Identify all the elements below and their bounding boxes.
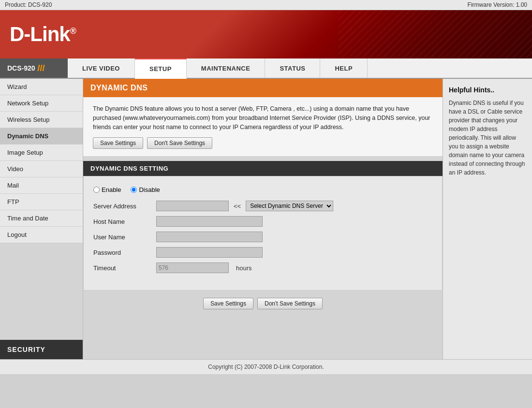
host-name-row: Host Name: [93, 216, 428, 227]
hints-text: Dynamic DNS is useful if you have a DSL …: [449, 99, 526, 177]
host-name-input[interactable]: [156, 216, 263, 227]
sidebar-item-network-setup[interactable]: Network Setup: [0, 95, 83, 112]
sidebar-item-dynamic-dns[interactable]: Dynamic DNS: [0, 128, 83, 145]
disable-radio[interactable]: [131, 187, 137, 193]
section-header: DYNAMIC DNS: [83, 79, 443, 97]
tab-maintenance[interactable]: MAINTENANCE: [187, 58, 266, 78]
top-dont-save-button[interactable]: Don't Save Settings: [147, 137, 212, 149]
tab-live-video[interactable]: LIVE VIDEO: [68, 58, 135, 78]
sidebar-item-time-date[interactable]: Time and Date: [0, 210, 83, 227]
top-button-row: Save Settings Don't Save Settings: [93, 137, 433, 149]
sidebar-item-wizard[interactable]: Wizard: [0, 79, 83, 95]
tab-setup[interactable]: SETUP: [135, 58, 187, 79]
nav-slashes: ///: [38, 63, 45, 73]
host-name-label: Host Name: [93, 218, 151, 225]
user-name-label: User Name: [93, 233, 151, 241]
password-label: Password: [93, 249, 151, 256]
enable-radio-label[interactable]: Enable: [93, 186, 121, 193]
bottom-dont-save-button[interactable]: Don't Save Settings: [257, 298, 323, 309]
main-layout: Wizard Network Setup Wireless Setup Dyna…: [0, 79, 532, 359]
description-text: The Dynamic DNS feature allows you to ho…: [93, 104, 433, 131]
bottom-button-row: Save Settings Don't Save Settings: [83, 298, 443, 309]
settings-header: DYNAMIC DNS SETTING: [83, 161, 443, 176]
content-area: DYNAMIC DNS The Dynamic DNS feature allo…: [83, 79, 443, 359]
timeout-unit: hours: [236, 264, 252, 272]
copyright: Copyright (C) 2007-2008 D-Link Corporati…: [208, 364, 324, 370]
hints-panel: Helpful Hints.. Dynamic DNS is useful if…: [443, 79, 532, 359]
sidebar-security: SECURITY: [0, 340, 83, 359]
sidebar-item-mail[interactable]: Mail: [0, 177, 83, 194]
firmware-label: Firmware Version: 1.00: [468, 1, 527, 8]
hints-title: Helpful Hints..: [449, 86, 526, 94]
top-bar: Product: DCS-920 Firmware Version: 1.00: [0, 0, 532, 10]
server-address-input[interactable]: [156, 201, 229, 211]
server-address-row: Server Address << Select Dynamic DNS Ser…: [93, 201, 428, 211]
sidebar-item-ftp[interactable]: FTP: [0, 194, 83, 210]
password-row: Password: [93, 247, 428, 258]
tab-status[interactable]: STATUS: [265, 58, 320, 78]
dns-server-select[interactable]: Select Dynamic DNS Server: [246, 201, 333, 211]
nav-brand: DCS-920 ///: [0, 58, 68, 78]
logo: D-Link®: [10, 23, 76, 46]
tab-help[interactable]: HELP: [320, 58, 368, 78]
sidebar-item-video[interactable]: Video: [0, 161, 83, 177]
sidebar-item-image-setup[interactable]: Image Setup: [0, 145, 83, 161]
password-input[interactable]: [156, 247, 263, 258]
timeout-input[interactable]: [156, 262, 229, 273]
product-label: Product: DCS-920: [5, 1, 52, 8]
navigation: DCS-920 /// LIVE VIDEO SETUP MAINTENANCE…: [0, 58, 532, 79]
server-address-label: Server Address: [93, 203, 151, 210]
user-name-input[interactable]: [156, 232, 263, 242]
description-box: The Dynamic DNS feature allows you to ho…: [83, 97, 443, 156]
footer: Copyright (C) 2007-2008 D-Link Corporati…: [0, 359, 532, 374]
timeout-label: Timeout: [93, 264, 151, 272]
timeout-row: Timeout hours: [93, 262, 428, 273]
settings-body: Enable Disable Server Address << Select …: [83, 176, 443, 291]
user-name-row: User Name: [93, 232, 428, 242]
enable-radio[interactable]: [93, 187, 100, 193]
double-arrow: <<: [234, 203, 241, 210]
disable-radio-label[interactable]: Disable: [131, 186, 160, 193]
top-save-button[interactable]: Save Settings: [93, 137, 143, 149]
sidebar: Wizard Network Setup Wireless Setup Dyna…: [0, 79, 83, 359]
nav-brand-label: DCS-920: [7, 64, 35, 72]
settings-section: DYNAMIC DNS SETTING Enable Disable Serve…: [83, 161, 443, 291]
sidebar-item-logout[interactable]: Logout: [0, 227, 83, 243]
enable-disable-row: Enable Disable: [93, 186, 428, 193]
header: D-Link®: [0, 10, 532, 58]
sidebar-item-wireless-setup[interactable]: Wireless Setup: [0, 112, 83, 128]
bottom-save-button[interactable]: Save Settings: [203, 298, 253, 309]
